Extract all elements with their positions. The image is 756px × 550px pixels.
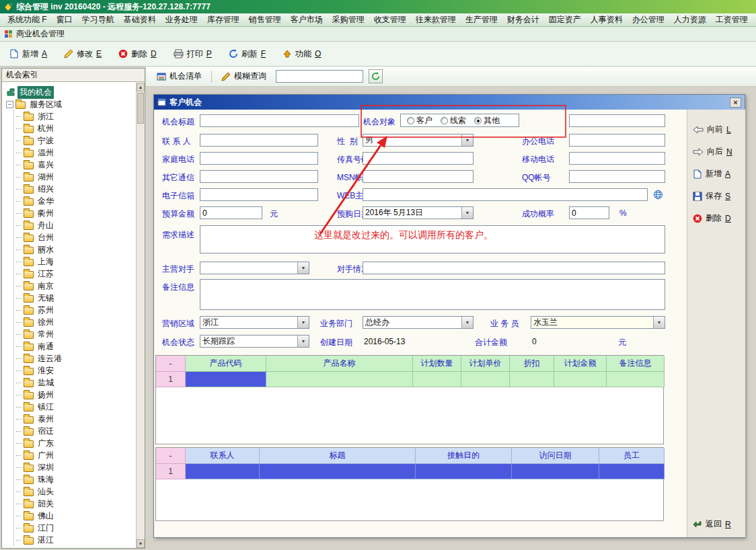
chevron-down-icon[interactable]: ▼ bbox=[297, 317, 309, 328]
globe-icon[interactable] bbox=[651, 188, 665, 201]
grid-cell[interactable] bbox=[512, 464, 599, 479]
chevron-down-icon[interactable]: ▼ bbox=[297, 262, 309, 274]
menu-item[interactable]: 办公管理 bbox=[628, 13, 669, 26]
tree-item-city[interactable]: 泰州 bbox=[14, 413, 136, 425]
column-header[interactable]: 员工 bbox=[599, 448, 665, 464]
tree-item-city[interactable]: 韶关 bbox=[14, 498, 136, 510]
return-button[interactable]: 返回R bbox=[693, 518, 731, 530]
mobile-input[interactable] bbox=[569, 152, 665, 165]
search-go-button[interactable] bbox=[369, 69, 383, 83]
column-header[interactable]: 联系人 bbox=[186, 448, 260, 464]
column-header[interactable]: 计划单价 bbox=[461, 356, 510, 372]
menu-item[interactable]: 固定资产 bbox=[544, 13, 586, 26]
tree-item-city[interactable]: 汕头 bbox=[14, 485, 136, 498]
save-button[interactable]: 保存S bbox=[693, 190, 730, 202]
purchase-date-combo[interactable]: 2016年 5月13日▼ bbox=[363, 206, 474, 219]
tree-item-city[interactable]: 广东 bbox=[14, 437, 136, 449]
next-button[interactable]: 向后N bbox=[693, 146, 732, 157]
probability-input[interactable] bbox=[569, 206, 609, 219]
region-combo[interactable]: 浙江▼ bbox=[200, 316, 309, 329]
menu-item[interactable]: 窗口 bbox=[52, 13, 77, 26]
product-grid-row[interactable]: 1 bbox=[156, 372, 663, 387]
menu-item[interactable]: 收支管理 bbox=[369, 13, 411, 26]
column-header[interactable]: 计划金额 bbox=[554, 356, 607, 372]
tree-item-city[interactable]: 丽水 bbox=[14, 243, 136, 256]
opportunity-title-input[interactable] bbox=[200, 114, 359, 127]
tree-item-city[interactable]: 扬州 bbox=[14, 389, 136, 401]
menu-item[interactable]: 业务处理 bbox=[161, 13, 202, 26]
scroll-thumb[interactable] bbox=[137, 93, 144, 124]
tree-item-city[interactable]: 深圳 bbox=[14, 461, 136, 473]
grid-cell[interactable] bbox=[599, 464, 665, 479]
tree-item-city[interactable]: 嘉兴 bbox=[14, 159, 136, 171]
print-button[interactable]: 打印P bbox=[168, 44, 221, 64]
rival-combo[interactable]: ▼ bbox=[200, 262, 309, 274]
office-phone-input[interactable] bbox=[569, 134, 665, 147]
target-extra-input[interactable] bbox=[569, 114, 665, 127]
grid-cell[interactable] bbox=[266, 372, 413, 387]
menu-item[interactable]: 人力资源 bbox=[669, 13, 711, 26]
tree-scrollbar[interactable]: ▲ ▼ bbox=[136, 83, 145, 548]
column-header[interactable]: 标题 bbox=[260, 448, 416, 464]
grid-corner[interactable]: - bbox=[156, 448, 186, 464]
grid-cell[interactable] bbox=[260, 464, 416, 479]
column-header[interactable]: 备注信息 bbox=[607, 356, 665, 372]
menu-item[interactable]: 学习导航 bbox=[77, 13, 119, 26]
msn-input[interactable] bbox=[363, 170, 474, 183]
home-phone-input[interactable] bbox=[200, 152, 318, 165]
gender-combo[interactable]: 男▼ bbox=[363, 134, 474, 147]
prev-button[interactable]: 向前L bbox=[693, 124, 731, 135]
search-input[interactable] bbox=[276, 70, 363, 83]
menu-item[interactable]: 库存管理 bbox=[202, 13, 244, 26]
tree-item-city[interactable]: 台州 bbox=[14, 231, 136, 243]
rival-info-input[interactable] bbox=[363, 262, 665, 274]
menu-item[interactable]: 人事资料 bbox=[586, 13, 628, 26]
new-button[interactable]: 新增A bbox=[4, 44, 56, 64]
dept-combo[interactable]: 总经办▼ bbox=[363, 316, 474, 329]
qq-input[interactable] bbox=[569, 170, 665, 183]
tree-item-city[interactable]: 南京 bbox=[14, 280, 136, 292]
tree-item-city[interactable]: 宁波 bbox=[14, 134, 136, 147]
fax-input[interactable] bbox=[363, 152, 474, 165]
grid-cell[interactable] bbox=[186, 464, 260, 479]
fuzzy-search-button[interactable]: 模糊查询 bbox=[217, 69, 270, 84]
tree-item-city[interactable]: 苏州 bbox=[14, 304, 136, 316]
grid-cell[interactable] bbox=[413, 372, 461, 387]
add-button[interactable]: 新增A bbox=[693, 168, 730, 180]
tree-item-city[interactable]: 南通 bbox=[14, 340, 136, 352]
tree-item-city[interactable]: 上海 bbox=[14, 256, 136, 268]
collapse-icon[interactable]: − bbox=[6, 101, 13, 108]
tree-item-city[interactable]: 湖州 bbox=[14, 171, 136, 183]
opportunity-list-button[interactable]: 机会清单 bbox=[153, 69, 206, 84]
budget-input[interactable] bbox=[200, 206, 262, 219]
tree-item-city[interactable]: 绍兴 bbox=[14, 183, 136, 195]
menu-item[interactable]: 客户市场 bbox=[286, 13, 328, 26]
contact-input[interactable] bbox=[200, 134, 318, 147]
row-number[interactable]: 1 bbox=[156, 464, 186, 479]
column-header[interactable]: 访问日期 bbox=[512, 448, 599, 464]
tree-item-city[interactable]: 江苏 bbox=[14, 268, 136, 280]
close-icon[interactable]: × bbox=[730, 97, 741, 108]
tree-item-service-region[interactable]: − 服务区域 bbox=[4, 98, 136, 110]
menu-item[interactable]: 系统功能 F bbox=[3, 13, 52, 26]
menu-item[interactable]: 往来款管理 bbox=[411, 13, 461, 26]
menu-item[interactable]: 生产管理 bbox=[461, 13, 502, 26]
tree-item-city[interactable]: 江门 bbox=[14, 522, 136, 534]
tree-item-city[interactable]: 杭州 bbox=[14, 122, 136, 134]
visit-grid-row[interactable]: 1 bbox=[156, 464, 663, 479]
tree-item-city[interactable]: 舟山 bbox=[14, 219, 136, 231]
radio-other[interactable]: 其他 bbox=[474, 115, 500, 126]
radio-lead[interactable]: 线索 bbox=[441, 115, 466, 126]
radio-customer[interactable]: 客户 bbox=[407, 115, 432, 126]
chevron-down-icon[interactable]: ▼ bbox=[461, 207, 473, 219]
tree-item-city[interactable]: 金华 bbox=[14, 195, 136, 207]
tree-item-city[interactable]: 无锡 bbox=[14, 292, 136, 304]
tree-item-city[interactable]: 镇江 bbox=[14, 401, 136, 413]
edit-button[interactable]: 修改E bbox=[59, 44, 110, 64]
grid-cell[interactable] bbox=[554, 372, 607, 387]
note-textarea[interactable] bbox=[200, 279, 665, 310]
row-number[interactable]: 1 bbox=[156, 372, 186, 387]
grid-corner[interactable]: - bbox=[156, 356, 186, 372]
salesman-combo[interactable]: 水玉兰▼ bbox=[531, 316, 665, 329]
web-input[interactable] bbox=[363, 188, 648, 201]
